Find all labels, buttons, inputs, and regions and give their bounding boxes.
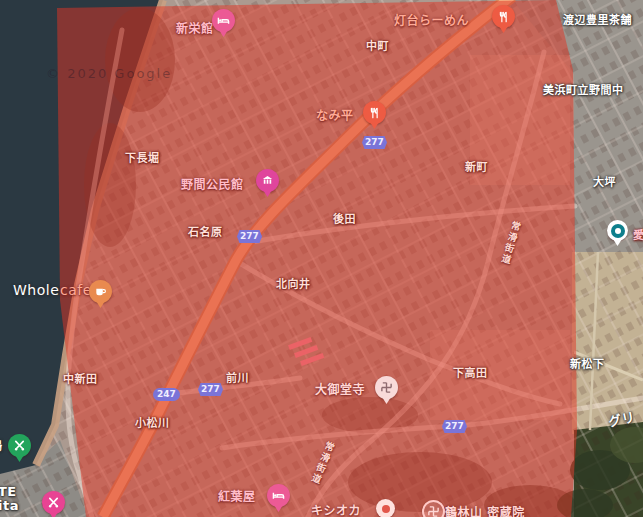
restaurant-icon[interactable]	[492, 5, 515, 28]
poi-label-omidoji[interactable]: 大御堂寺	[315, 380, 365, 397]
poi-label-namihei[interactable]: なみ平	[316, 106, 354, 123]
outdoor-activity-icon[interactable]	[8, 434, 31, 457]
poi-label-kishioka[interactable]: キシオカ	[311, 501, 361, 517]
poi-label-whole[interactable]: Whole	[13, 282, 59, 298]
area-label-nakashinden: 中新田	[63, 370, 98, 386]
poi-label-momijiya[interactable]: 紅葉屋	[218, 487, 256, 504]
area-label-shimotakada: 下高田	[453, 364, 488, 380]
lodging-icon[interactable]	[212, 9, 235, 32]
shopping-icon[interactable]	[42, 491, 65, 514]
poi-label-noma-junior-high[interactable]: 美浜町立野間中	[543, 81, 624, 97]
route-badge-277: 277	[442, 420, 467, 433]
pin-ring	[611, 224, 625, 238]
label-ita-partial: ita	[0, 498, 19, 513]
label-ai-partial: 愛	[633, 226, 643, 242]
area-label-maekawa: 前川	[226, 369, 249, 385]
poi-label-cafe[interactable]: cafe	[60, 282, 92, 298]
poi-label-mitsuzoin[interactable]: 鶴林山 密蔵院	[445, 503, 525, 517]
area-label-otsubo: 大坪	[593, 173, 616, 189]
area-label-yu-partial: 湯	[0, 437, 3, 453]
temple-manji-icon[interactable]	[422, 500, 445, 517]
poi-label-shineikan[interactable]: 新栄館	[176, 19, 214, 36]
saved-place-pin[interactable]	[607, 220, 628, 241]
route-badge-247: 247	[153, 388, 180, 401]
area-label-ishinahara: 石名原	[188, 223, 223, 239]
route-badge-277: 277	[362, 136, 387, 149]
label-te-partial: TE	[0, 484, 17, 499]
cafe-icon[interactable]	[89, 280, 112, 303]
area-label-shinmatsushita: 新松下	[570, 355, 605, 371]
area-label-komatsugawa: 小松川	[135, 414, 170, 430]
map-attribution: © 2020 Google	[46, 66, 172, 81]
poi-label-noma-kominkan[interactable]: 野間公民館	[181, 175, 244, 192]
poi-dot-icon[interactable]	[376, 499, 395, 517]
area-label-kitamukai: 北向井	[276, 275, 311, 291]
poi-label-tea-shop[interactable]: 渡辺豊里茶舗	[563, 11, 632, 27]
area-label-nakamachi: 中町	[366, 37, 389, 53]
area-label-shinmachi: 新町	[465, 158, 488, 174]
poi-label-todai-ramen[interactable]: 灯台らーめん	[394, 11, 469, 28]
route-badge-277: 277	[198, 383, 223, 396]
area-label-ushiroda: 後田	[333, 210, 356, 226]
area-label-shimonagabori: 下長堀	[125, 149, 160, 165]
restaurant-icon[interactable]	[363, 101, 386, 124]
community-center-icon[interactable]	[256, 169, 279, 192]
map-canvas[interactable]: © 2020 Google 中町 下長堀 後田 新町 石名原 北向井 中新田 前…	[0, 0, 643, 517]
route-badge-277: 277	[237, 230, 262, 243]
lodging-icon[interactable]	[267, 484, 290, 507]
temple-manji-icon[interactable]	[375, 376, 398, 399]
